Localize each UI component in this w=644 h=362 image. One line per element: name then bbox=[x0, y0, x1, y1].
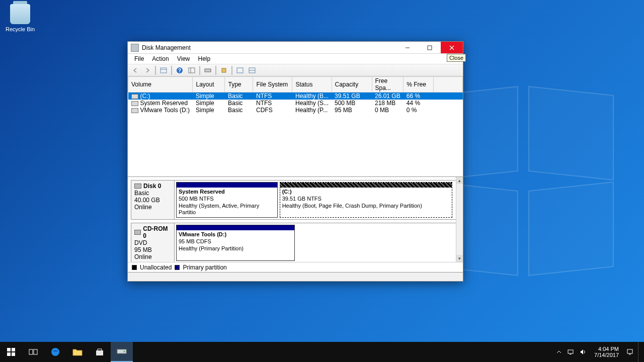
window-title: Disk Management bbox=[142, 44, 191, 51]
disk-icon bbox=[134, 230, 141, 235]
menu-file[interactable]: File bbox=[131, 54, 147, 63]
recycle-bin-icon bbox=[10, 4, 30, 24]
taskbar: 4:04 PM 7/14/2017 bbox=[0, 342, 644, 362]
partition[interactable]: (C:)39.51 GB NTFSHealthy (Boot, Page Fil… bbox=[280, 182, 452, 218]
maximize-icon bbox=[427, 45, 432, 50]
toolbar-button[interactable] bbox=[247, 65, 258, 75]
drive-icon bbox=[131, 108, 138, 113]
tray-clock[interactable]: 4:04 PM 7/14/2017 bbox=[591, 346, 622, 358]
arrow-right-icon bbox=[144, 68, 150, 73]
tray-network[interactable] bbox=[567, 348, 575, 356]
taskbar-disk-management[interactable] bbox=[111, 342, 133, 362]
refresh-button[interactable] bbox=[202, 65, 213, 75]
system-tray: 4:04 PM 7/14/2017 bbox=[552, 342, 644, 362]
network-icon bbox=[568, 349, 575, 355]
help-icon: ? bbox=[176, 67, 183, 74]
disk-icon bbox=[134, 184, 141, 189]
clock-date: 7/14/2017 bbox=[594, 352, 619, 358]
app-icon bbox=[131, 44, 139, 52]
maximize-button[interactable] bbox=[419, 42, 441, 53]
svg-rect-12 bbox=[237, 68, 243, 73]
svg-rect-4 bbox=[160, 68, 167, 73]
store-icon bbox=[95, 347, 104, 356]
volume-row[interactable]: (C:)SimpleBasicNTFSHealthy (B...39.51 GB… bbox=[128, 93, 463, 100]
disk-label[interactable]: CD-ROM 0DVD95 MBOnline bbox=[131, 223, 175, 262]
toolbar-button[interactable] bbox=[158, 65, 169, 75]
view-icon bbox=[249, 67, 256, 73]
toolbar-button[interactable] bbox=[186, 65, 197, 75]
nav-back-button[interactable] bbox=[130, 65, 141, 75]
tray-volume[interactable] bbox=[579, 348, 587, 356]
toolbar-button[interactable] bbox=[234, 65, 246, 75]
disk-row: Disk 0Basic40.00 GBOnlineSystem Reserved… bbox=[131, 180, 460, 220]
svg-text:?: ? bbox=[178, 68, 181, 73]
taskbar-store[interactable] bbox=[89, 342, 111, 362]
col-volume[interactable]: Volume bbox=[128, 77, 193, 93]
recycle-bin[interactable]: Recycle Bin bbox=[4, 4, 36, 32]
col-status[interactable]: Status bbox=[292, 77, 332, 93]
svg-rect-20 bbox=[34, 349, 37, 354]
close-button[interactable] bbox=[441, 42, 463, 53]
svg-rect-11 bbox=[222, 68, 226, 72]
show-desktop-button[interactable] bbox=[638, 342, 641, 362]
svg-rect-16 bbox=[12, 348, 15, 351]
svg-rect-15 bbox=[7, 348, 11, 351]
drive-icon bbox=[131, 101, 138, 106]
col-extra[interactable] bbox=[434, 77, 463, 93]
svg-rect-8 bbox=[189, 68, 195, 73]
menu-view[interactable]: View bbox=[174, 54, 194, 63]
volume-row[interactable]: System ReservedSimpleBasicNTFSHealthy (S… bbox=[128, 100, 463, 107]
col-layout[interactable]: Layout bbox=[193, 77, 225, 93]
settings-icon bbox=[221, 67, 227, 73]
task-view-button[interactable] bbox=[22, 342, 44, 362]
legend: Unallocated Primary partition bbox=[128, 262, 463, 272]
edge-icon bbox=[50, 347, 60, 357]
task-view-icon bbox=[29, 348, 38, 355]
nav-forward-button[interactable] bbox=[142, 65, 153, 75]
disk-icon bbox=[204, 67, 211, 73]
menubar: File Action View Help bbox=[128, 54, 463, 64]
minimize-button[interactable] bbox=[396, 42, 419, 53]
toolbar-button[interactable] bbox=[218, 65, 229, 75]
partition[interactable]: System Reserved500 MB NTFSHealthy (Syste… bbox=[176, 182, 278, 218]
svg-rect-26 bbox=[627, 349, 632, 353]
svg-rect-24 bbox=[568, 350, 573, 353]
volume-list[interactable]: Volume Layout Type File System Status Ca… bbox=[128, 76, 463, 177]
help-button[interactable]: ? bbox=[174, 65, 185, 75]
tray-notifications[interactable] bbox=[626, 348, 634, 356]
panel-icon bbox=[188, 67, 195, 73]
list-icon bbox=[160, 67, 167, 73]
svg-point-21 bbox=[51, 348, 59, 356]
separator bbox=[199, 66, 200, 75]
taskbar-edge[interactable] bbox=[44, 342, 66, 362]
legend-unallocated: Unallocated bbox=[140, 264, 172, 271]
svg-rect-10 bbox=[205, 69, 211, 72]
separator bbox=[171, 66, 172, 75]
col-filesystem[interactable]: File System bbox=[253, 77, 292, 93]
col-type[interactable]: Type bbox=[225, 77, 253, 93]
tray-chevron[interactable] bbox=[555, 348, 563, 356]
folder-icon bbox=[72, 348, 83, 356]
scroll-up-button[interactable]: ▴ bbox=[456, 177, 463, 184]
volume-row[interactable]: VMware Tools (D:)SimpleBasicCDFSHealthy … bbox=[128, 107, 463, 114]
svg-rect-18 bbox=[12, 352, 15, 356]
disk-graphical-view: Disk 0Basic40.00 GBOnlineSystem Reserved… bbox=[128, 177, 463, 262]
minimize-icon bbox=[405, 45, 410, 50]
col-pctfree[interactable]: % Free bbox=[404, 77, 434, 93]
scroll-down-button[interactable]: ▾ bbox=[456, 255, 463, 262]
partition[interactable]: VMware Tools (D:)95 MB CDFSHealthy (Prim… bbox=[176, 225, 295, 261]
start-button[interactable] bbox=[0, 342, 22, 362]
scrollbar[interactable]: ▴ ▾ bbox=[456, 177, 463, 262]
col-capacity[interactable]: Capacity bbox=[332, 77, 372, 93]
titlebar[interactable]: Disk Management Close bbox=[128, 42, 463, 54]
menu-help[interactable]: Help bbox=[195, 54, 214, 63]
drive-icon bbox=[131, 94, 138, 99]
menu-action[interactable]: Action bbox=[148, 54, 172, 63]
col-freespace[interactable]: Free Spa... bbox=[372, 77, 404, 93]
svg-rect-25 bbox=[570, 354, 572, 354]
disk-label[interactable]: Disk 0Basic40.00 GBOnline bbox=[131, 180, 175, 219]
taskbar-explorer[interactable] bbox=[66, 342, 89, 362]
view-icon bbox=[236, 67, 244, 73]
column-headers[interactable]: Volume Layout Type File System Status Ca… bbox=[128, 77, 463, 93]
legend-swatch-unallocated bbox=[132, 265, 137, 270]
